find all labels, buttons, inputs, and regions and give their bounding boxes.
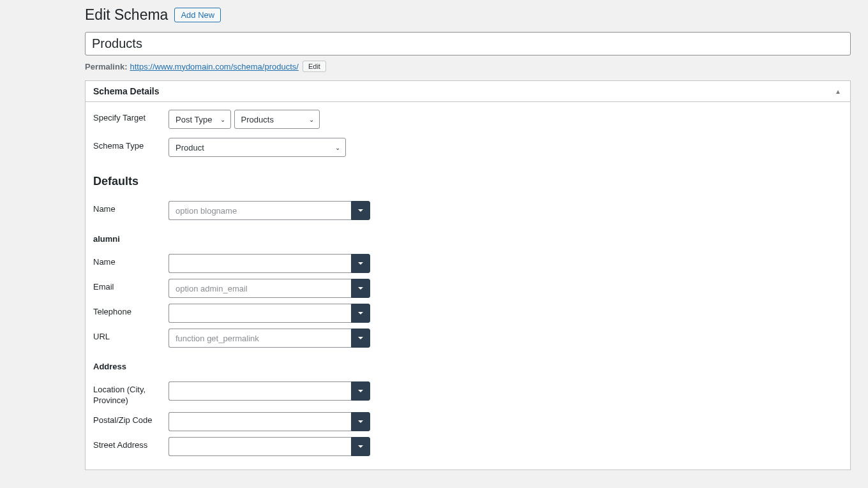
chevron-down-icon: ⌄ [335, 144, 340, 151]
schema-type-select[interactable]: Product ⌄ [168, 138, 346, 157]
permalink-edit-button[interactable]: Edit [303, 61, 326, 72]
select-value: Products [241, 115, 274, 124]
alumni-url-label: URL [93, 329, 168, 343]
chevron-down-icon [357, 285, 364, 292]
alumni-heading: alumni [93, 234, 842, 244]
address-street-input[interactable] [168, 437, 351, 456]
alumni-email-label: Email [93, 279, 168, 293]
alumni-name-label: Name [93, 254, 168, 268]
schema-details-panel: Schema Details ▲ Specify Target Post Typ… [85, 80, 851, 470]
chevron-down-icon [357, 443, 364, 450]
permalink-label: Permalink: [85, 62, 127, 71]
defaults-heading: Defaults [93, 175, 842, 188]
panel-collapse-button[interactable]: ▲ [834, 87, 842, 96]
address-postal-dropdown-button[interactable] [351, 412, 370, 431]
triangle-up-icon: ▲ [835, 88, 841, 95]
defaults-name-input[interactable] [168, 201, 351, 220]
select-value: Product [176, 143, 204, 152]
address-street-label: Street Address [93, 437, 168, 451]
add-new-button[interactable]: Add New [174, 8, 221, 22]
post-title-input[interactable] [85, 32, 851, 55]
alumni-telephone-label: Telephone [93, 304, 168, 318]
specify-target-select-1[interactable]: Post Type ⌄ [168, 110, 231, 129]
alumni-url-dropdown-button[interactable] [351, 329, 370, 348]
alumni-name-input[interactable] [168, 254, 351, 273]
address-location-label: Location (City, Province) [93, 381, 168, 406]
address-street-dropdown-button[interactable] [351, 437, 370, 456]
chevron-down-icon: ⌄ [309, 116, 314, 123]
select-value: Post Type [176, 115, 213, 124]
panel-header: Schema Details ▲ [86, 81, 850, 102]
defaults-name-label: Name [93, 201, 168, 215]
page-title: Edit Schema [85, 6, 168, 24]
specify-target-label: Specify Target [93, 110, 168, 124]
address-postal-label: Postal/Zip Code [93, 412, 168, 426]
chevron-down-icon [357, 310, 364, 316]
chevron-down-icon [357, 418, 364, 425]
alumni-name-dropdown-button[interactable] [351, 254, 370, 273]
address-postal-input[interactable] [168, 412, 351, 431]
address-location-dropdown-button[interactable] [351, 381, 370, 401]
address-location-input[interactable] [168, 381, 351, 401]
specify-target-select-2[interactable]: Products ⌄ [234, 110, 320, 129]
chevron-down-icon [357, 388, 364, 394]
panel-title: Schema Details [93, 86, 160, 96]
alumni-telephone-dropdown-button[interactable] [351, 304, 370, 323]
chevron-down-icon [357, 207, 364, 214]
chevron-down-icon: ⌄ [220, 116, 225, 123]
chevron-down-icon [357, 260, 364, 267]
defaults-name-dropdown-button[interactable] [351, 201, 370, 220]
address-heading: Address [93, 362, 842, 371]
alumni-telephone-input[interactable] [168, 304, 351, 323]
alumni-email-input[interactable] [168, 279, 351, 298]
schema-type-label: Schema Type [93, 138, 168, 152]
alumni-email-dropdown-button[interactable] [351, 279, 370, 298]
chevron-down-icon [357, 335, 364, 341]
permalink-link[interactable]: https://www.mydomain.com/schema/products… [130, 62, 298, 71]
permalink-row: Permalink: https://www.mydomain.com/sche… [85, 61, 851, 72]
alumni-url-input[interactable] [168, 329, 351, 348]
